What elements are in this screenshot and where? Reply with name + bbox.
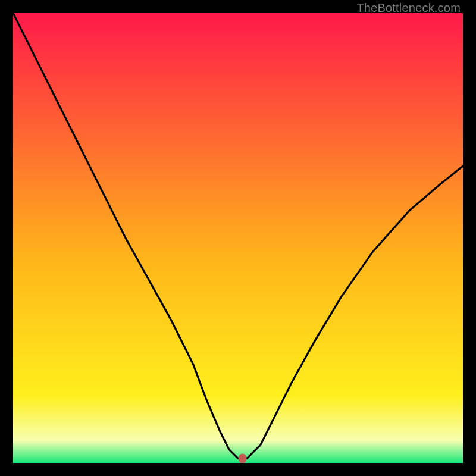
plot-area	[13, 13, 463, 463]
gradient-background	[13, 13, 463, 463]
optimum-marker	[239, 453, 247, 463]
chart-frame: { "watermark": "TheBottleneck.com", "col…	[0, 0, 476, 476]
bottleneck-chart	[13, 13, 463, 463]
